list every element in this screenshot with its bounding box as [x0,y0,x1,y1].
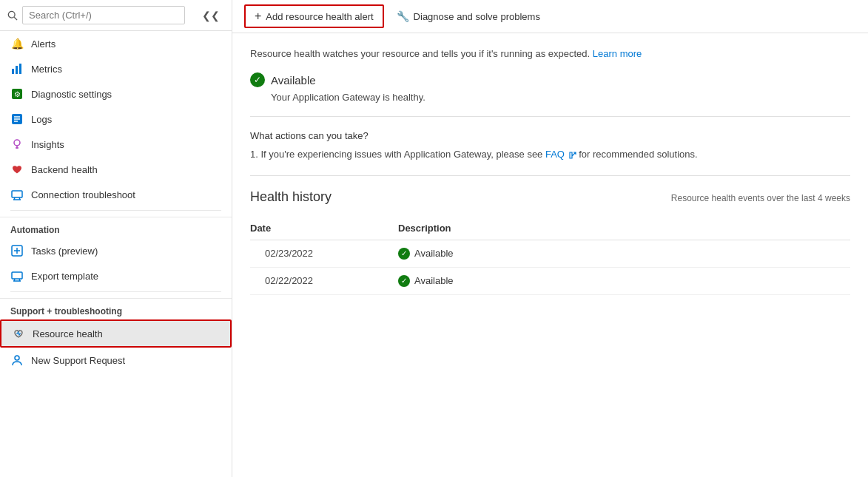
search-box: ❮❮ [0,0,232,31]
sidebar-item-label: Resource health [33,328,103,339]
table-header: Date Description [250,217,850,240]
table-cell-date: 02/22/2022 [250,275,398,286]
main-content: + Add resource health alert 🔧 Diagnose a… [232,0,868,477]
actions-section: What actions can you take? 1. If you're … [250,130,850,176]
sidebar-item-label: Metrics [31,64,62,75]
connection-icon [10,188,24,201]
sidebar-item-label: Backend health [31,164,98,175]
add-alert-button[interactable]: + Add resource health alert [244,4,384,28]
backend-icon [10,163,24,176]
svg-rect-21 [12,272,22,279]
toolbar: + Add resource health alert 🔧 Diagnose a… [232,0,868,33]
svg-rect-2 [12,69,14,74]
status-detail: Your Application Gateway is healthy. [271,92,850,103]
table-cell-date: 02/23/2022 [250,248,398,259]
svg-point-0 [8,11,15,18]
resource-health-icon [12,327,25,340]
row-status-label: Available [414,275,454,286]
search-input[interactable] [22,6,185,24]
table-row: 02/23/2022 ✓ Available [250,240,850,268]
table-cell-desc: ✓ Available [398,275,850,287]
status-label: Available [271,74,316,87]
actions-text: 1. If you're experiencing issues with Ap… [250,147,850,162]
sidebar-item-label: Alerts [31,38,55,50]
external-link-icon [569,152,576,159]
history-header: Health history Resource health events ov… [250,189,850,205]
plus-icon: + [255,10,261,23]
sidebar-item-resource-health[interactable]: Resource health [0,319,232,348]
sidebar-item-label: Logs [31,114,52,125]
search-icon [7,10,18,21]
content-area: Resource health watches your resource an… [232,33,868,477]
table-row: 02/22/2022 ✓ Available [250,268,850,295]
divider-automation [10,210,221,211]
sidebar-item-diagnostic[interactable]: ⚙ Diagnostic settings [0,81,232,106]
status-section: ✓ Available Your Application Gateway is … [250,72,850,117]
status-row: ✓ Available [250,72,850,87]
sidebar: ❮❮ 🔔 Alerts Metrics ⚙ Diagnostic setting… [0,0,232,477]
sidebar-item-new-support[interactable]: New Support Request [0,348,232,373]
wrench-icon: 🔧 [397,10,409,22]
diagnose-button[interactable]: 🔧 Diagnose and solve problems [387,6,550,27]
collapse-button[interactable]: ❮❮ [198,8,224,23]
sidebar-item-tasks[interactable]: Tasks (preview) [0,238,232,263]
support-icon [10,353,24,367]
svg-line-1 [14,17,17,20]
table-cell-desc: ✓ Available [398,248,850,260]
insights-icon [10,138,24,151]
sidebar-item-label: Export template [31,271,98,282]
health-history: Health history Resource health events ov… [250,189,850,295]
sidebar-item-label: Connection troubleshoot [31,189,135,200]
history-title: Health history [250,189,332,205]
sidebar-item-metrics[interactable]: Metrics [0,56,232,81]
learn-more-link[interactable]: Learn more [593,48,642,59]
sidebar-item-alerts[interactable]: 🔔 Alerts [0,31,232,56]
status-icon: ✓ [250,72,265,87]
sidebar-item-logs[interactable]: Logs [0,106,232,132]
svg-point-25 [15,356,19,360]
row-status-label: Available [414,248,454,259]
row-status-icon: ✓ [398,275,410,287]
svg-rect-3 [16,66,18,74]
divider-support [10,291,221,292]
metrics-icon [10,62,24,75]
faq-link[interactable]: FAQ [545,149,565,160]
sidebar-item-label: Tasks (preview) [31,246,98,257]
svg-rect-14 [12,191,22,197]
sidebar-item-label: Insights [31,139,64,150]
sidebar-item-insights[interactable]: Insights [0,132,232,157]
history-subtitle: Resource health events over the last 4 w… [671,193,850,203]
history-table: Date Description 02/23/2022 ✓ Available … [250,217,850,295]
svg-point-11 [14,140,20,146]
actions-title: What actions can you take? [250,130,850,141]
description-text: Resource health watches your resource an… [250,48,850,59]
svg-rect-4 [19,64,21,74]
add-alert-label: Add resource health alert [266,11,373,22]
sidebar-item-label: Diagnostic settings [31,89,112,100]
alerts-icon: 🔔 [10,37,24,50]
col-desc-header: Description [398,223,850,234]
sidebar-item-export[interactable]: Export template [0,263,232,288]
diagnose-label: Diagnose and solve problems [414,11,540,22]
logs-icon [10,112,24,126]
section-automation: Automation [0,217,232,238]
col-date-header: Date [250,223,398,234]
section-support: Support + troubleshooting [0,298,232,319]
export-icon [10,269,24,283]
tasks-icon [10,244,24,257]
row-status-icon: ✓ [398,248,410,260]
sidebar-item-connection[interactable]: Connection troubleshoot [0,182,232,207]
diagnostic-icon: ⚙ [10,87,24,101]
sidebar-item-label: New Support Request [31,355,125,366]
svg-text:⚙: ⚙ [14,90,21,98]
sidebar-item-backend[interactable]: Backend health [0,157,232,182]
